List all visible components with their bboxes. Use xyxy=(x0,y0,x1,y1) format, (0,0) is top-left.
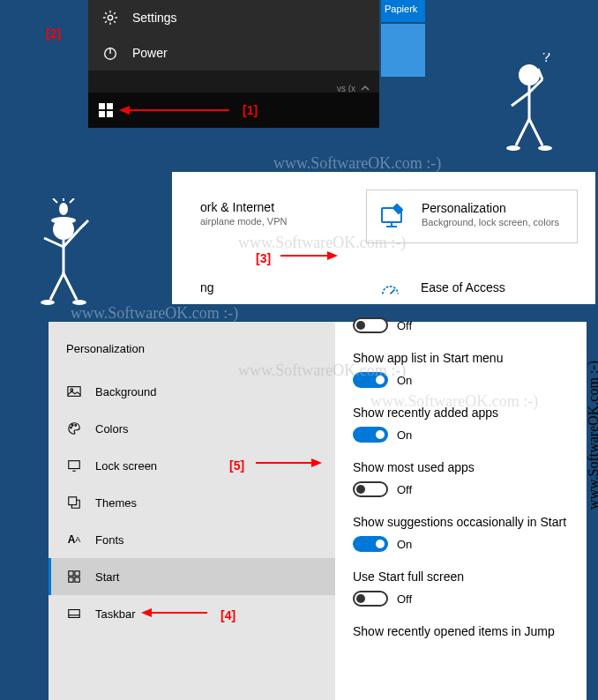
svg-rect-3 xyxy=(99,103,105,109)
settings-sidebar: Personalization Background Colors Lock s… xyxy=(49,322,335,700)
start-icon xyxy=(66,569,82,585)
svg-rect-46 xyxy=(69,497,77,505)
svg-point-41 xyxy=(71,427,72,428)
app-list-state: On xyxy=(397,374,412,387)
idea-figure xyxy=(26,198,97,313)
svg-rect-51 xyxy=(69,610,79,618)
category-gaming[interactable]: ng xyxy=(190,270,331,322)
svg-rect-4 xyxy=(107,103,113,109)
suggestions-state: On xyxy=(397,538,412,551)
annotation-3: [3] xyxy=(256,251,271,265)
arrow-1 xyxy=(119,101,234,119)
arrow-5 xyxy=(256,454,326,472)
fonts-icon: AA xyxy=(66,532,82,547)
tile-blank[interactable] xyxy=(381,24,425,77)
recent-apps-label: Show recently added apps xyxy=(353,406,569,420)
svg-point-42 xyxy=(71,425,73,427)
power-icon xyxy=(101,44,119,62)
svg-line-28 xyxy=(79,220,88,229)
svg-line-12 xyxy=(512,93,529,106)
gear-icon xyxy=(101,9,119,26)
sidebar-item-colors[interactable]: Colors xyxy=(49,410,335,447)
start-menu: Settings Power vs (x xyxy=(88,0,379,106)
sidebar-item-themes[interactable]: Themes xyxy=(49,484,335,521)
toggle-off-state: Off xyxy=(397,319,412,332)
ease-icon xyxy=(377,280,407,311)
toggle-recent-apps[interactable] xyxy=(353,427,388,443)
svg-rect-50 xyxy=(75,577,79,582)
taskbar-label: Taskbar xyxy=(95,607,136,621)
svg-rect-5 xyxy=(99,111,105,117)
palette-icon xyxy=(66,421,82,436)
sidebar-item-fonts[interactable]: AA Fonts xyxy=(49,521,335,558)
svg-rect-47 xyxy=(69,571,73,576)
toggle-most-used[interactable] xyxy=(353,481,388,497)
settings-categories-panel: ork & Internet airplane mode, VPN Person… xyxy=(172,172,595,304)
toggle-partial[interactable] xyxy=(353,317,388,333)
app-list-label: Show app list in Start menu xyxy=(353,351,569,365)
toggle-fullscreen[interactable] xyxy=(353,591,388,607)
power-label: Power xyxy=(132,46,168,60)
svg-rect-48 xyxy=(75,571,79,576)
svg-marker-56 xyxy=(141,608,152,617)
picture-icon xyxy=(66,384,82,399)
settings-label: Settings xyxy=(132,11,177,25)
most-used-label: Show most used apps xyxy=(353,460,569,474)
personalization-panel: Personalization Background Colors Lock s… xyxy=(49,322,587,700)
svg-point-43 xyxy=(75,425,77,427)
recent-apps-state: On xyxy=(397,428,412,442)
svg-rect-6 xyxy=(107,111,113,117)
fonts-label: Fonts xyxy=(95,533,124,547)
svg-point-32 xyxy=(72,300,86,305)
settings-content: Off Show app list in Start menu On Show … xyxy=(335,322,587,700)
sidebar-item-start[interactable]: Start xyxy=(49,558,335,595)
fullscreen-state: Off xyxy=(397,592,412,606)
svg-point-31 xyxy=(41,300,55,305)
sidebar-item-background[interactable]: Background xyxy=(49,373,335,410)
power-menu-item[interactable]: Power xyxy=(88,35,379,71)
annotation-4: [4] xyxy=(221,608,235,622)
svg-point-9 xyxy=(519,64,540,86)
windows-icon xyxy=(99,103,113,117)
annotation-5: [5] xyxy=(229,458,244,473)
svg-point-40 xyxy=(71,389,73,391)
svg-point-18 xyxy=(538,145,552,151)
personalization-subtitle: Background, lock screen, colors xyxy=(422,217,559,227)
colors-label: Colors xyxy=(95,422,129,436)
most-used-state: Off xyxy=(397,483,412,496)
background-label: Background xyxy=(95,385,156,398)
category-personalization[interactable]: Personalization Background, lock screen,… xyxy=(366,190,578,243)
toggle-app-list[interactable] xyxy=(353,372,388,388)
svg-line-15 xyxy=(516,119,529,145)
tile-papierkorb[interactable]: Papierk xyxy=(381,0,425,22)
annotation-2: [2] xyxy=(46,26,61,41)
watermark-1: www.SoftwareOK.com :-) xyxy=(273,154,441,173)
arrow-3 xyxy=(280,247,342,264)
svg-line-19 xyxy=(53,198,57,203)
lockscreen-icon xyxy=(66,458,82,473)
svg-line-36 xyxy=(390,289,394,294)
toggle-suggestions[interactable] xyxy=(353,536,388,552)
personalization-title: Personalization xyxy=(422,201,559,215)
themes-icon xyxy=(66,495,82,510)
gaming-title: ng xyxy=(200,280,214,294)
tray-text: vs (x xyxy=(337,84,355,93)
svg-point-24 xyxy=(51,217,76,224)
personalization-icon xyxy=(377,201,408,232)
start-button[interactable] xyxy=(88,93,123,128)
category-ease-of-access[interactable]: Ease of Access xyxy=(366,270,578,322)
arrow-4 xyxy=(141,604,212,622)
svg-marker-38 xyxy=(327,251,338,260)
tile-area: Papierk xyxy=(381,0,425,75)
watermark-side: www.SoftwareOK.com :-) xyxy=(586,361,598,510)
category-network[interactable]: ork & Internet airplane mode, VPN xyxy=(190,190,331,243)
settings-menu-item[interactable]: Settings xyxy=(88,0,379,35)
svg-line-29 xyxy=(50,273,64,300)
svg-point-22 xyxy=(59,203,68,215)
sidebar-title: Personalization xyxy=(49,335,335,373)
annotation-1: [1] xyxy=(243,103,258,117)
start-label: Start xyxy=(95,570,119,584)
network-title: ork & Internet xyxy=(200,200,287,214)
jump-list-label: Show recently opened items in Jump xyxy=(353,624,569,638)
themes-label: Themes xyxy=(95,496,137,510)
